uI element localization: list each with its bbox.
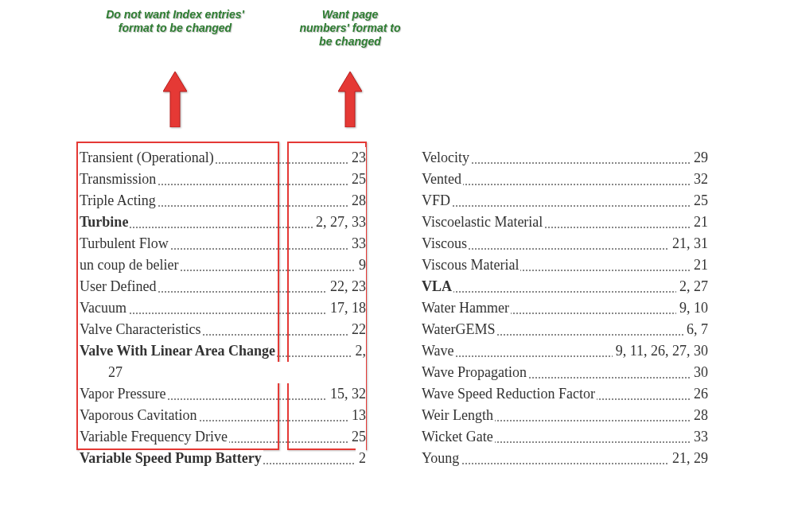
index-page-number: 21, 29 [669, 448, 708, 469]
index-column-left: 23Transient (Operational)25Transmission2… [80, 147, 366, 469]
index-page-number: 29 [691, 147, 708, 169]
index-term: un coup de belier [80, 257, 180, 273]
index-term: Viscoelastic Material [422, 214, 544, 230]
index-term: WaterGEMS [422, 321, 497, 337]
index-entry: 2, 27VLA [422, 276, 708, 297]
index-entry: 13Vaporous Cavitation [80, 405, 366, 426]
index-entry: 26Wave Speed Reduction Factor [422, 383, 708, 405]
index-entry: 28Triple Acting [80, 190, 366, 212]
index-term: Turbulent Flow [80, 235, 170, 251]
index-entry: 33Turbulent Flow [80, 233, 366, 254]
index-term: Viscous Material [422, 257, 520, 273]
index-page-number: 25 [691, 190, 708, 212]
index-entry: 9un coup de belier [80, 254, 366, 276]
index-entry: 29Velocity [422, 147, 708, 169]
index-term: Valve Characteristics [80, 321, 202, 337]
index-entry: 25Variable Frequency Drive [80, 426, 366, 448]
index-term: Valve With Linear Area Change [80, 343, 277, 359]
index-term: Vaporous Cavitation [80, 407, 198, 423]
index-term: VLA [422, 278, 453, 294]
arrow-icon [338, 72, 362, 127]
index-entry: 2,Valve With Linear Area Change [80, 340, 366, 362]
index-entry: 21, 29Young [422, 448, 708, 469]
index-page-number: 32 [691, 169, 708, 190]
index-page-number: 2, 27 [676, 276, 708, 297]
index-term: Transient (Operational) [80, 150, 216, 165]
index-entry: 21Viscoelastic Material [422, 212, 708, 233]
index-term: Turbine [80, 214, 130, 230]
index-entry: 21, 31Viscous [422, 233, 708, 254]
index-term: Vented [422, 171, 463, 187]
index-term: Vapor Pressure [80, 386, 167, 402]
index-page-number: 13 [348, 405, 366, 426]
index-term: Wicket Gate [422, 429, 495, 445]
index-page-number: 30 [691, 362, 708, 383]
index-columns: 23Transient (Operational)25Transmission2… [80, 147, 764, 469]
index-entry: 23Transient (Operational) [80, 147, 366, 169]
index-entry-continuation: 27 [80, 362, 366, 383]
annotation-entries-label: Do not want Index entries' format to be … [103, 8, 247, 35]
index-page-number: 9, 11, 26, 27, 30 [613, 340, 708, 362]
index-page-number: 2, [352, 340, 367, 362]
index-column-right: 29Velocity32Vented25VFD21Viscoelastic Ma… [422, 147, 708, 469]
index-page-number: 21 [691, 212, 708, 233]
svg-marker-1 [338, 72, 362, 127]
index-page-number: 17, 18 [327, 297, 366, 319]
index-term: Transmission [80, 171, 158, 187]
index-page-number: 9, 10 [676, 297, 708, 319]
index-page-number: 28 [348, 190, 366, 212]
index-entry: 21Viscous Material [422, 254, 708, 276]
index-term: Viscous [422, 235, 469, 251]
index-page-number: 2 [356, 448, 366, 469]
index-entry: 6, 7WaterGEMS [422, 319, 708, 340]
index-page-number: 22 [348, 319, 366, 340]
index-term: Velocity [422, 150, 471, 165]
index-term: Variable Speed Pump Battery [80, 450, 263, 466]
index-entry: 28Weir Length [422, 405, 708, 426]
index-page-number: 26 [691, 383, 708, 405]
index-page-number: 28 [691, 405, 708, 426]
index-term: Weir Length [422, 407, 495, 423]
index-entry: 25VFD [422, 190, 708, 212]
index-term: Wave Speed Reduction Factor [422, 386, 597, 402]
index-page-number: 25 [348, 426, 366, 448]
index-page-number: 22, 23 [327, 276, 366, 297]
index-entry: 2Variable Speed Pump Battery [80, 448, 366, 469]
index-entry: 17, 18Vacuum [80, 297, 366, 319]
index-term: Wave [422, 343, 456, 359]
index-page-number: 33 [348, 233, 366, 254]
annotation-pages-label: Want page numbers' format to be changed [298, 8, 402, 48]
index-term: VFD [422, 192, 452, 208]
index-entry: 22Valve Characteristics [80, 319, 366, 340]
index-entry: 30Wave Propagation [422, 362, 708, 383]
index-entry: 32Vented [422, 169, 708, 190]
index-page-number: 9 [356, 254, 366, 276]
index-entry: 9, 11, 26, 27, 30Wave [422, 340, 708, 362]
index-entry: 2, 27, 33Turbine [80, 212, 366, 233]
index-page-number: 33 [691, 426, 708, 448]
arrow-icon [163, 72, 187, 127]
index-page-number: 21, 31 [669, 233, 708, 254]
index-page-number: 6, 7 [683, 319, 708, 340]
index-entry: 15, 32Vapor Pressure [80, 383, 366, 405]
index-term: Triple Acting [80, 192, 158, 208]
index-term: Young [422, 450, 461, 466]
index-entry: 9, 10Water Hammer [422, 297, 708, 319]
index-term: Wave Propagation [422, 364, 528, 380]
index-term: Water Hammer [422, 300, 511, 316]
index-page-number: 2, 27, 33 [313, 212, 366, 233]
index-entry: 25Transmission [80, 169, 366, 190]
index-term: User Defined [80, 278, 158, 294]
index-page-number: 23 [348, 147, 366, 169]
svg-marker-0 [163, 72, 187, 127]
index-page-number: 25 [348, 169, 366, 190]
index-term: Variable Frequency Drive [80, 429, 229, 445]
index-page-number: 21 [691, 254, 708, 276]
index-entry: 33Wicket Gate [422, 426, 708, 448]
index-term: Vacuum [80, 300, 128, 316]
index-entry: 22, 23User Defined [80, 276, 366, 297]
index-page-number: 15, 32 [327, 383, 366, 405]
